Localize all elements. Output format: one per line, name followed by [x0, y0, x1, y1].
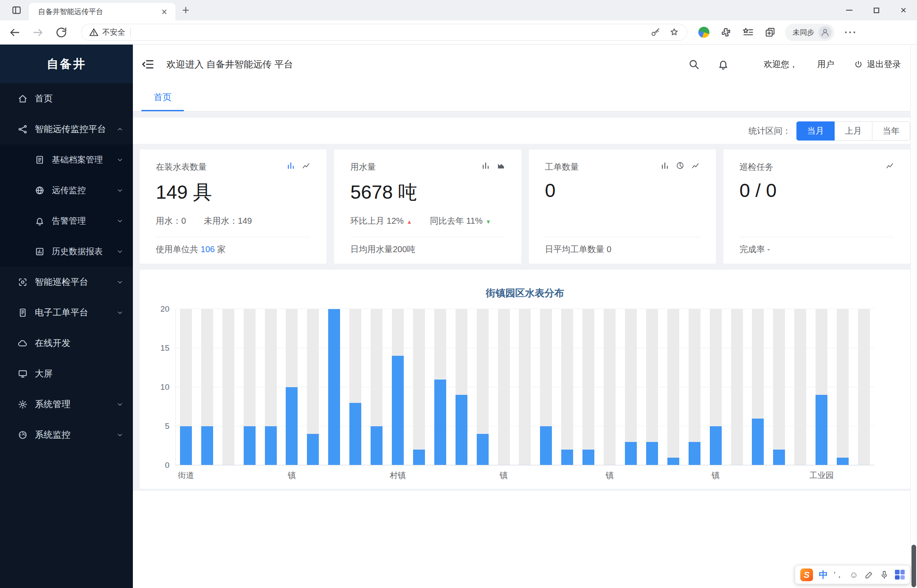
tab-actions-icon[interactable] [11, 5, 22, 16]
scrollbar[interactable] [910, 45, 917, 588]
sidebar-item-label: 系统管理 [35, 398, 116, 410]
new-tab-button[interactable]: + [182, 4, 189, 17]
forward-button[interactable] [32, 26, 44, 39]
browser-menu-button[interactable]: ··· [844, 26, 857, 38]
profile-button[interactable]: 未同步 [785, 24, 834, 41]
stat-card-water-usage: 用水量5678 吨环比上月 12%▲同比去年 11%▼日均用水量200吨 [334, 149, 521, 264]
card-divider [545, 237, 700, 237]
sidebar-item-label: 告警管理 [52, 215, 116, 227]
chevron-down-icon [116, 187, 124, 194]
browser-toolbar: 不安全 未同步 ··· [0, 20, 917, 45]
bar-slot [345, 309, 366, 465]
ime-language-toggle[interactable]: 中 [819, 569, 828, 581]
report-icon [35, 247, 45, 256]
card-footer: 完成率 - [740, 244, 770, 255]
password-icon[interactable] [650, 27, 661, 37]
stat-card-inspection-tasks: 巡检任务0 / 0完成率 - [723, 149, 910, 264]
bar-track [519, 309, 531, 465]
username[interactable]: 用户 [817, 59, 834, 70]
tab-home[interactable]: 首页 [141, 84, 184, 111]
x-axis-label: 镇 [500, 470, 508, 481]
back-button[interactable] [8, 26, 21, 39]
search-icon[interactable] [688, 59, 700, 70]
sidebar-item-remote-platform[interactable]: 智能远传监控平台 [0, 114, 133, 144]
card-value: 5678 吨 [350, 180, 505, 205]
favorites-icon[interactable] [743, 27, 754, 38]
card-sub-stat: 同比去年 11%▼ [430, 215, 491, 227]
bar-chart-icon[interactable] [287, 161, 295, 170]
extensions-icon[interactable] [720, 27, 731, 38]
bar-track [773, 309, 785, 465]
add-favorite-icon[interactable] [669, 27, 679, 37]
browser-tab[interactable]: 自备井智能远传平台 × [29, 3, 175, 20]
card-chart-toggles [661, 161, 700, 170]
line-chart-icon[interactable] [886, 161, 894, 170]
alarm-icon [35, 216, 45, 226]
sidebar-item-alarm-management[interactable]: 告警管理 [0, 205, 133, 236]
tab-close-icon[interactable]: × [158, 6, 170, 18]
dev-icon [18, 338, 28, 348]
emoji-icon[interactable]: ☺ [849, 570, 858, 579]
sidebar-item-home[interactable]: 首页 [0, 83, 133, 114]
chevron-up-icon [116, 126, 124, 133]
card-footer-link[interactable]: 106 [201, 245, 215, 254]
refresh-button[interactable] [55, 26, 68, 39]
pie-chart-icon[interactable] [676, 161, 684, 170]
power-icon [854, 60, 863, 69]
stats-filter-bar: 统计区间： 当月上月当年 [133, 118, 917, 144]
notifications-icon[interactable] [717, 59, 729, 70]
sidebar-item-basic-archive[interactable]: 基础档案管理 [0, 144, 133, 175]
address-bar[interactable]: 不安全 [81, 24, 687, 41]
collections-icon[interactable] [765, 27, 776, 38]
bar-track [413, 309, 425, 465]
bar-chart-icon[interactable] [661, 161, 669, 170]
filter-last-month-button[interactable]: 上月 [834, 121, 872, 141]
card-sub-stat: 未用水：149 [204, 215, 252, 227]
sogou-logo[interactable]: S [800, 568, 813, 581]
sidebar-item-online-dev[interactable]: 在线开发 [0, 328, 133, 358]
bar-slot [747, 309, 768, 465]
ime-punctuation-toggle[interactable]: '， [834, 569, 844, 580]
bar [710, 426, 722, 465]
scrollbar-thumb[interactable] [911, 545, 916, 587]
bar-slot [557, 309, 578, 465]
area-chart-icon[interactable] [497, 161, 505, 170]
sidebar-item-system-monitor[interactable]: 系统监控 [0, 419, 133, 450]
logout-button[interactable]: 退出登录 [854, 59, 901, 70]
sidebar-item-work-order-platform[interactable]: 电子工单平台 [0, 297, 133, 328]
voice-input-icon[interactable] [880, 570, 889, 580]
archive-icon [35, 155, 45, 165]
minimize-button[interactable] [835, 0, 863, 20]
ime-toolbox-icon[interactable] [895, 570, 905, 580]
sidebar-item-system-management[interactable]: 系统管理 [0, 389, 133, 419]
handwriting-icon[interactable] [864, 570, 874, 580]
sidebar-item-label: 首页 [35, 93, 124, 104]
line-chart-icon[interactable] [302, 161, 310, 170]
bar [307, 434, 319, 465]
sidebar-item-label: 历史数据报表 [52, 246, 116, 257]
line-chart-icon[interactable] [691, 161, 700, 170]
sidebar-item-remote-monitoring[interactable]: 远传监控 [0, 175, 133, 205]
y-axis-tick-label: 5 [165, 422, 169, 431]
header-actions: 欢迎您， 用户 退出登录 [688, 59, 901, 70]
bar [180, 426, 192, 465]
sidebar-item-inspection-platform[interactable]: 智能巡检平台 [0, 267, 133, 297]
bar-slot [768, 309, 790, 465]
bar-slot [323, 309, 345, 465]
bar-chart-icon[interactable] [481, 161, 490, 170]
close-window-button[interactable]: × [890, 0, 917, 20]
filter-current-year-button[interactable]: 当年 [872, 121, 910, 141]
bar-slot [366, 309, 387, 465]
sidebar-item-history-report[interactable]: 历史数据报表 [0, 236, 133, 267]
extension-icon[interactable] [698, 27, 709, 38]
sidebar-item-big-screen[interactable]: 大屏 [0, 358, 133, 389]
arrow-down-icon: ▼ [486, 219, 491, 225]
bar [837, 458, 849, 465]
card-divider [740, 237, 894, 237]
card-footer-text: 日平均工单数量 0 [545, 245, 612, 254]
collapse-sidebar-icon[interactable] [141, 58, 155, 71]
ime-toolbar: S 中 '， ☺ [795, 565, 910, 584]
y-axis-tick-label: 10 [160, 383, 169, 392]
maximize-button[interactable] [863, 0, 890, 20]
filter-current-month-button[interactable]: 当月 [796, 121, 835, 141]
